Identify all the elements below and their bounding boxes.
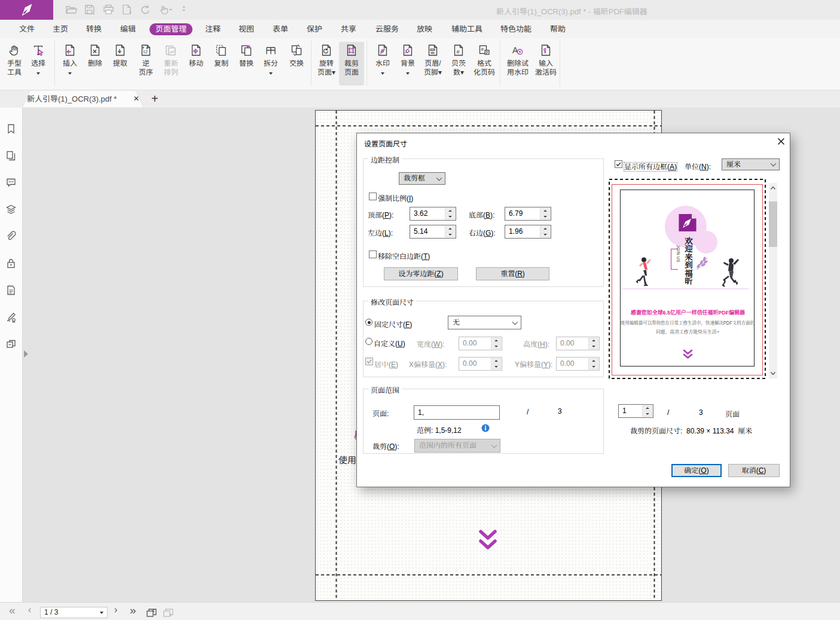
svg-text:#: # [481, 47, 484, 52]
svg-text:12: 12 [143, 50, 148, 54]
svg-text:#: # [457, 49, 460, 55]
